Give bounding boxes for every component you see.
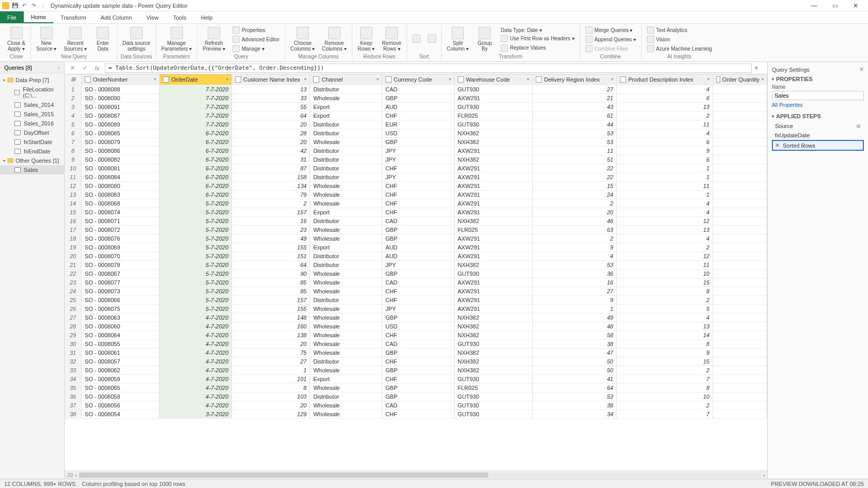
data-cell[interactable] [713, 208, 767, 216]
data-cell[interactable]: GBP [382, 234, 455, 243]
data-cell[interactable]: GBP [382, 383, 455, 392]
advanced-editor-button[interactable]: Advanced Editor [230, 35, 282, 43]
split-column-button[interactable]: Split Column ▾ [445, 26, 471, 53]
data-cell[interactable]: Wholesale [310, 410, 382, 418]
data-cell[interactable] [713, 172, 767, 181]
row-number-cell[interactable]: 38 [65, 410, 82, 418]
table-row[interactable]: 37SO - 00080564-7-202020WholesaleCADGUT9… [65, 401, 767, 410]
row-number-cell[interactable]: 6 [65, 129, 82, 137]
data-cell[interactable]: 8 [616, 383, 712, 392]
type-icon[interactable] [385, 76, 392, 83]
data-cell[interactable]: Wholesale [310, 190, 382, 199]
table-row[interactable]: 34SO - 00080594-7-2020101ExportCHFGUT930… [65, 374, 767, 383]
query-sales-2015[interactable]: Sales_2015 [0, 109, 64, 119]
close-apply-button[interactable]: Close & Apply ▾ [5, 26, 27, 53]
table-row[interactable]: 14SO - 00080685-7-20202WholesaleCHFAXW29… [65, 199, 767, 208]
choose-columns-button[interactable]: Choose Columns ▾ [288, 26, 317, 53]
type-icon[interactable] [235, 76, 241, 83]
data-cell[interactable]: SO - 0008061 [82, 348, 160, 357]
data-cell[interactable]: SO - 0008062 [82, 366, 160, 374]
data-cell[interactable]: SO - 0008085 [82, 129, 160, 137]
data-cell[interactable]: Wholesale [310, 322, 382, 330]
table-row[interactable]: 15SO - 00080745-7-2020157ExportCHFAXW291… [65, 208, 767, 216]
tab-add-column[interactable]: Add Column [94, 11, 140, 23]
data-cell[interactable]: AXW291 [454, 146, 532, 155]
data-cell[interactable]: SO - 0008079 [82, 137, 160, 146]
table-row[interactable]: 6SO - 00080856-7-202028DistributorUSDNXH… [65, 129, 767, 137]
data-cell[interactable]: 55 [232, 102, 310, 111]
data-cell[interactable] [713, 287, 767, 295]
table-row[interactable]: 27SO - 00080634-7-2020148WholesaleGBPNXH… [65, 313, 767, 322]
data-cell[interactable]: 31 [232, 155, 310, 164]
column-header[interactable]: Currency Code▾ [382, 74, 455, 85]
data-cell[interactable]: NXH382 [454, 348, 532, 357]
table-row[interactable]: 8SO - 00080866-7-202042DistributorJPYAXW… [65, 146, 767, 155]
data-cell[interactable]: 33 [232, 93, 310, 102]
data-cell[interactable]: Distributor [310, 172, 382, 181]
tab-tools[interactable]: Tools [166, 11, 194, 23]
data-cell[interactable]: AXW291 [454, 287, 532, 295]
data-cell[interactable]: GUT930 [454, 401, 532, 410]
data-cell[interactable]: SO - 0008075 [82, 304, 160, 313]
data-cell[interactable]: 49 [533, 313, 617, 322]
data-cell[interactable]: 160 [232, 322, 310, 330]
data-cell[interactable] [713, 278, 767, 287]
data-cell[interactable]: GUT930 [454, 102, 532, 111]
data-cell[interactable]: 6-7-2020 [160, 129, 232, 137]
row-number-cell[interactable]: 22 [65, 269, 82, 278]
data-cell[interactable]: CAD [382, 216, 455, 225]
data-cell[interactable]: 5-7-2020 [160, 278, 232, 287]
data-cell[interactable]: 53 [533, 137, 617, 146]
filter-icon[interactable]: ▾ [377, 77, 379, 82]
data-cell[interactable]: 49 [232, 234, 310, 243]
data-cell[interactable]: GUT930 [454, 269, 532, 278]
data-cell[interactable] [713, 155, 767, 164]
tab-transform[interactable]: Transform [53, 11, 94, 23]
type-icon[interactable] [716, 76, 720, 83]
data-cell[interactable]: SO - 0008091 [82, 102, 160, 111]
data-cell[interactable]: GBP [382, 93, 455, 102]
data-cell[interactable]: CAD [382, 339, 455, 348]
data-cell[interactable]: 7-7-2020 [160, 120, 232, 129]
tab-help[interactable]: Help [194, 11, 220, 23]
data-cell[interactable]: Wholesale [310, 330, 382, 339]
data-cell[interactable]: Wholesale [310, 269, 382, 278]
data-cell[interactable]: 20 [533, 208, 617, 216]
data-cell[interactable]: 4 [616, 234, 712, 243]
data-cell[interactable]: CHF [382, 374, 455, 383]
data-cell[interactable]: 7-7-2020 [160, 102, 232, 111]
data-cell[interactable]: 27 [533, 287, 617, 295]
data-cell[interactable]: SO - 0008069 [82, 243, 160, 251]
data-cell[interactable]: SO - 0008059 [82, 374, 160, 383]
data-cell[interactable]: NXH382 [454, 155, 532, 164]
data-cell[interactable]: GUT930 [454, 120, 532, 129]
row-number-cell[interactable]: 20 [65, 251, 82, 260]
data-cell[interactable]: 1 [232, 366, 310, 374]
data-cell[interactable]: Distributor [310, 155, 382, 164]
data-cell[interactable]: SO - 0008074 [82, 208, 160, 216]
data-cell[interactable] [713, 120, 767, 129]
data-cell[interactable] [713, 357, 767, 366]
formula-dropdown-icon[interactable]: ▾ [755, 65, 764, 71]
filter-icon[interactable]: ▾ [154, 77, 156, 82]
row-number-cell[interactable]: 11 [65, 172, 82, 181]
row-number-cell[interactable]: 30 [65, 339, 82, 348]
step-source[interactable]: Source⚙ [772, 121, 864, 131]
column-header[interactable]: Channel▾ [310, 74, 382, 85]
data-cell[interactable]: Wholesale [310, 383, 382, 392]
data-cell[interactable]: 157 [232, 295, 310, 304]
data-cell[interactable]: Wholesale [310, 278, 382, 287]
data-cell[interactable]: Distributor [310, 85, 382, 93]
data-cell[interactable]: Distributor [310, 251, 382, 260]
data-cell[interactable]: Distributor [310, 129, 382, 137]
data-cell[interactable]: 53 [533, 260, 617, 269]
data-cell[interactable]: 7 [616, 410, 712, 418]
data-cell[interactable]: CAD [382, 278, 455, 287]
sort-desc-button[interactable] [426, 34, 438, 45]
column-header[interactable]: Order Quantity▾ [713, 74, 767, 85]
row-number-cell[interactable]: 4 [65, 111, 82, 120]
data-cell[interactable]: 9 [616, 348, 712, 357]
all-properties-link[interactable]: All Properties [772, 102, 802, 108]
data-cell[interactable]: Export [310, 102, 382, 111]
type-icon[interactable] [536, 76, 542, 83]
